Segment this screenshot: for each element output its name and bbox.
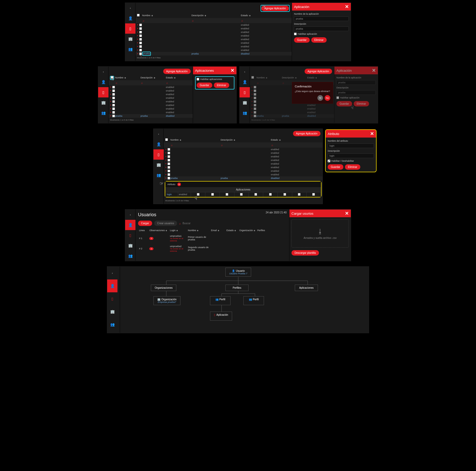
sidebar-collapse[interactable]: ‹ [125,3,135,13]
sidebar-users[interactable]: 👤 [125,13,135,23]
col-estado[interactable]: Estado [241,14,248,17]
row-checkbox[interactable] [168,152,170,154]
row-checkbox[interactable] [112,104,115,106]
add-app-button[interactable]: Agregar Aplicación [305,69,332,74]
search-icon[interactable]: ⌕ [192,19,194,22]
col-descripcion[interactable]: Descripción [191,14,204,17]
expand-icon[interactable]: + [165,159,167,161]
input-descripcion[interactable] [294,26,349,31]
sidebar-collapse[interactable]: ‹ [98,67,108,77]
search-input[interactable] [182,222,287,225]
add-app-button[interactable]: Agregar Aplicación [163,69,191,74]
table-row[interactable]: +pruebapruebadisabled [164,176,323,180]
table-row[interactable]: +enabled [108,96,193,100]
expand-icon[interactable]: + [137,49,138,51]
table-row[interactable]: +enabled [135,34,292,38]
delete-button[interactable]: Eliminar [214,83,229,88]
table-row[interactable]: +pruebapruebadisabled [250,114,334,118]
select-all-checkbox[interactable] [137,14,140,16]
expand-icon[interactable]: + [251,89,253,92]
table-row[interactable]: +enabled [164,148,323,151]
table-row[interactable]: +enabled [108,93,193,96]
table-row[interactable]: +enabled [135,45,292,48]
row-checkbox[interactable] [139,31,142,33]
expand-icon[interactable]: + [110,107,111,110]
row-checkbox[interactable] [112,100,115,103]
expand-icon[interactable]: + [165,173,167,176]
expand-icon[interactable]: + [251,97,253,99]
row-checkbox[interactable] [112,107,115,110]
row-checkbox[interactable] [254,100,256,103]
row-checkbox[interactable] [139,38,142,41]
tree-node-perfiles[interactable]: Perfiles [225,285,249,291]
expand-icon[interactable]: + [110,115,111,117]
expand-icon[interactable]: + [137,38,138,41]
cargar-button[interactable]: Cargar [138,221,152,226]
row-checkbox[interactable] [254,93,256,96]
attr-name-cell[interactable]: login [165,192,178,197]
close-icon[interactable]: ✕ [345,211,349,216]
row-checkbox[interactable] [112,115,115,117]
row-checkbox[interactable] [168,170,170,172]
sidebar-users[interactable]: 👤 [107,279,117,292]
row-checkbox[interactable] [139,45,142,48]
usuario-row[interactable]: # 21umprueba2Ya existe en el sistemaSegu… [135,243,289,254]
table-row[interactable]: +enabled [164,166,323,169]
expand-icon[interactable]: + [110,104,111,106]
add-app-button[interactable]: Agregar Aplicación [261,6,289,11]
expand-icon[interactable]: + [165,166,167,169]
expand-icon[interactable]: + [137,27,138,30]
tree-node-organizaciones[interactable]: Organizaciones [151,285,176,291]
row-checkbox[interactable] [254,115,256,117]
row-checkbox[interactable] [168,166,170,169]
expand-icon[interactable]: + [251,100,253,103]
sidebar-users[interactable]: 👤 [98,77,108,87]
row-checkbox[interactable] [112,97,115,99]
table-row[interactable]: +enabled [250,107,334,111]
table-row[interactable]: +enabled [164,158,323,162]
table-row[interactable]: +enabled [164,169,323,173]
table-row[interactable]: +enabled [108,103,193,107]
enable-apps-checkbox[interactable] [197,78,199,80]
expand-icon[interactable]: + [251,93,253,96]
table-row[interactable]: +pruebapruebadisabled [108,114,193,118]
save-button[interactable]: Guardar [328,164,343,170]
tree-node-usuario[interactable]: 👤Usuario Usuario Prueba 7 [225,268,251,277]
row-checkbox[interactable] [168,155,170,158]
save-button[interactable]: Guardar [197,83,212,88]
delete-button[interactable]: Eliminar [354,101,369,106]
table-row[interactable]: +enabled [108,89,193,93]
sidebar-orgs[interactable]: 🏢 [98,97,108,108]
expand-icon[interactable]: + [110,89,111,92]
search-icon[interactable]: ⌕ [143,19,144,22]
tree-node-aplicaciones[interactable]: Aplicaciones [295,285,318,291]
table-row[interactable]: +enabled [164,151,323,155]
row-checkbox[interactable] [139,34,142,37]
close-icon[interactable]: ✕ [231,68,234,73]
expand-icon[interactable]: + [110,97,111,99]
table-row[interactable]: +enabled [164,162,323,166]
row-checkbox[interactable] [112,89,115,92]
add-attr-button[interactable]: + [177,183,181,186]
table-row[interactable]: +enabled [135,30,292,34]
dropzone[interactable]: ⭳ Arrastra y suelta archivo .csv [291,219,349,248]
search-icon[interactable]: ⌕ [166,81,168,84]
table-row[interactable]: +pruebapruebadisabled [135,52,292,56]
expand-icon[interactable]: + [251,111,253,114]
table-row[interactable]: +enabled [164,155,323,158]
expand-icon[interactable]: + [137,24,138,26]
expand-icon[interactable]: + [137,42,138,44]
table-row[interactable]: +enabled [164,173,323,176]
input-nombre[interactable] [294,16,349,21]
expand-icon[interactable]: + [137,52,138,55]
table-row[interactable]: +enabled [135,38,292,41]
sidebar-groups[interactable]: 👥 [98,108,108,118]
close-icon[interactable]: ✕ [372,68,376,73]
tree-node-perfil-1[interactable]: 👥Perfil [210,296,231,305]
tree-node-aplicacion[interactable]: ▯Aplicación [210,312,232,321]
col-nombre[interactable]: Nombre [142,14,150,17]
row-checkbox[interactable] [168,173,170,176]
expand-icon[interactable]: + [165,148,167,151]
expand-icon[interactable]: + [137,34,138,37]
row-checkbox[interactable] [168,159,170,161]
